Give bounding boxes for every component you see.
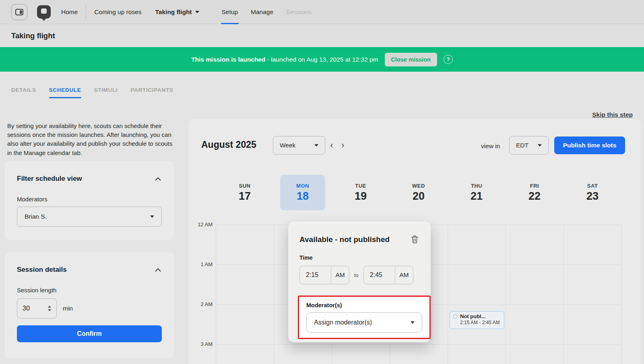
availability-popup: Available - not published Time 2:15 AM t… xyxy=(288,221,431,342)
calendar-view-value: Week xyxy=(280,142,295,149)
app-window: Home Coming up roses Taking flight Setup… xyxy=(0,0,644,364)
day-cell-fri[interactable]: FRI22 xyxy=(506,175,564,210)
hour-label-1am: 1 AM xyxy=(161,261,213,267)
column-gridline xyxy=(216,225,216,364)
day-name: SUN xyxy=(239,183,251,189)
day-number: 22 xyxy=(528,190,541,203)
tab-details[interactable]: DETAILS xyxy=(11,87,36,93)
session-length-value: 30 xyxy=(23,305,30,312)
day-cell-tue[interactable]: TUE19 xyxy=(332,175,390,210)
day-cell-thu[interactable]: THU21 xyxy=(448,175,506,210)
nav-home-link[interactable]: Home xyxy=(61,8,78,16)
day-number: 17 xyxy=(239,190,251,203)
popup-title: Available - not published xyxy=(299,235,390,244)
prev-week-button[interactable]: ‹ xyxy=(327,140,336,151)
nav-divider xyxy=(86,5,86,19)
day-name: THU xyxy=(471,183,482,189)
chevron-down-icon xyxy=(195,11,199,13)
filter-card-title: Filter schedule view xyxy=(17,175,82,183)
day-cell-mon-selected[interactable]: MON18 xyxy=(274,175,332,210)
column-gridline xyxy=(564,225,564,364)
stepper-arrows-icon[interactable] xyxy=(48,306,51,311)
tab-participants[interactable]: PARTICIPANTS xyxy=(130,87,173,93)
assign-moderators-select[interactable]: Assign moderator(s) xyxy=(306,312,422,333)
collapse-session-button[interactable] xyxy=(154,267,162,273)
app-logo-icon[interactable] xyxy=(37,5,51,19)
tab-schedule[interactable]: SCHEDULE xyxy=(49,87,81,93)
nav-tab-sessions[interactable]: Sessions xyxy=(280,0,318,24)
moderators-highlight-box: Moderator(s) Assign moderator(s) xyxy=(298,296,431,339)
timezone-select[interactable]: EDT xyxy=(509,136,549,155)
calendar-month-title: August 2025 xyxy=(201,139,256,150)
popup-moderators-label: Moderator(s) xyxy=(306,302,422,308)
unpublished-status-icon xyxy=(453,314,458,318)
nav-tab-manage[interactable]: Manage xyxy=(244,0,280,24)
to-label: to xyxy=(354,272,359,278)
section-tabs: DETAILS SCHEDULE STIMULI PARTICIPANTS xyxy=(11,87,173,93)
nav-tabs: Setup Manage Sessions xyxy=(215,0,318,24)
session-length-label: Session length xyxy=(17,287,162,294)
collapse-filter-button[interactable] xyxy=(154,176,162,182)
chevron-up-icon xyxy=(155,177,161,181)
sidebar-toggle-button[interactable] xyxy=(11,4,27,20)
session-length-stepper[interactable]: 30 xyxy=(17,298,57,318)
nav-tab-setup[interactable]: Setup xyxy=(215,0,245,24)
tab-stimuli[interactable]: STIMULI xyxy=(94,87,118,93)
publish-time-slots-button[interactable]: Publish time slots xyxy=(554,136,625,154)
day-header-row: SUN17 MON18 TUE19 WED20 THU21 FRI22 SAT2… xyxy=(216,175,621,210)
close-mission-button[interactable]: Close mission xyxy=(385,53,437,66)
end-time-input[interactable]: 2:45 AM xyxy=(363,266,413,284)
assign-moderators-placeholder: Assign moderator(s) xyxy=(314,319,372,326)
end-time-value[interactable]: 2:45 xyxy=(364,266,395,284)
nav-project-dropdown[interactable]: Taking flight xyxy=(155,8,199,16)
day-cell-wed[interactable]: WED20 xyxy=(390,175,448,210)
column-gridline xyxy=(448,225,448,364)
day-name: FRI xyxy=(530,183,539,189)
hour-label-2am: 2 AM xyxy=(161,301,213,307)
column-gridline xyxy=(506,225,506,364)
column-gridline xyxy=(621,225,622,364)
event-title: Not publ... xyxy=(460,313,486,319)
start-time-value[interactable]: 2:15 xyxy=(300,266,331,284)
help-icon[interactable]: ? xyxy=(444,55,453,64)
next-week-button[interactable]: › xyxy=(338,140,348,151)
day-name: MON xyxy=(296,183,309,189)
chevron-down-icon xyxy=(538,144,542,147)
hour-gridline xyxy=(216,344,621,345)
page-header: Taking flight xyxy=(0,25,644,47)
skip-this-step-link[interactable]: Skip this step xyxy=(592,111,633,118)
day-name: SAT xyxy=(587,183,598,189)
day-number: 18 xyxy=(297,190,309,203)
day-number: 20 xyxy=(413,190,425,203)
page-title: Taking flight xyxy=(11,31,55,40)
day-number: 23 xyxy=(586,190,599,203)
hour-label-3am: 3 AM xyxy=(161,341,213,347)
view-in-label: view in xyxy=(481,143,500,150)
chevron-down-icon xyxy=(314,144,318,147)
banner-text-bold: This mission is launched xyxy=(191,56,265,63)
chevron-up-icon xyxy=(155,268,161,272)
nav-project-label: Taking flight xyxy=(155,8,192,16)
banner-text: This mission is launched - launched on A… xyxy=(191,56,378,63)
nav-project-group-link[interactable]: Coming up roses xyxy=(94,8,141,16)
confirm-button[interactable]: Confirm xyxy=(17,325,162,342)
day-cell-sun[interactable]: SUN17 xyxy=(216,175,274,210)
delete-slot-button[interactable] xyxy=(410,234,419,244)
banner-text-rest: - launched on Aug 13, 2025 at 12:32 pm xyxy=(267,56,378,63)
moderators-filter-select[interactable]: Brian S. xyxy=(17,207,162,227)
calendar-view-select[interactable]: Week xyxy=(273,136,325,155)
day-number: 19 xyxy=(355,190,367,203)
timezone-value: EDT xyxy=(516,142,528,149)
start-meridiem-select[interactable]: AM xyxy=(331,266,349,284)
chevron-down-icon xyxy=(150,215,154,218)
time-label: Time xyxy=(299,254,419,261)
session-length-unit: min xyxy=(63,305,73,312)
day-cell-sat[interactable]: SAT23 xyxy=(564,175,621,210)
start-time-input[interactable]: 2:15 AM xyxy=(299,266,349,284)
day-name: TUE xyxy=(355,183,366,189)
hour-label-12am: 12 AM xyxy=(161,221,213,228)
column-gridline xyxy=(274,225,274,364)
calendar-event-not-published[interactable]: Not publ... 2:15 AM - 2:45 AM xyxy=(450,311,504,329)
end-meridiem-select[interactable]: AM xyxy=(395,266,413,284)
day-name: WED xyxy=(412,183,425,189)
